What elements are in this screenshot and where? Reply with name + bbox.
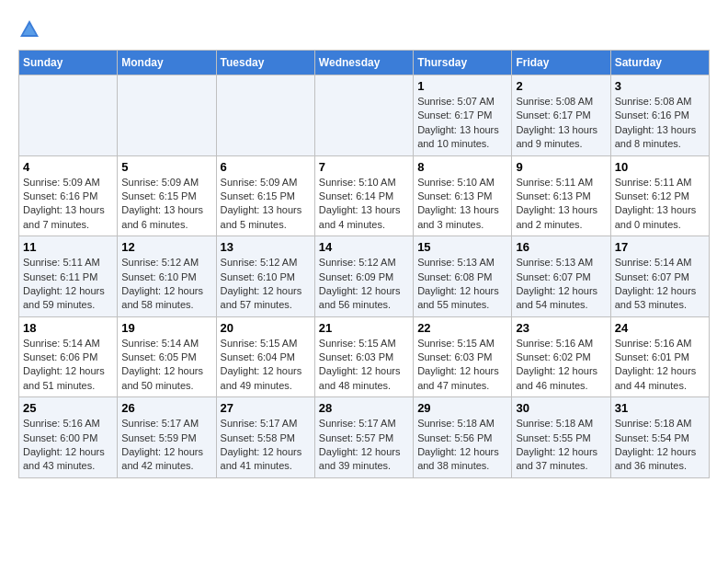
day-number: 28 (319, 401, 409, 415)
day-number: 3 (615, 79, 705, 93)
calendar-cell: 12Sunrise: 5:12 AM Sunset: 6:10 PM Dayli… (118, 236, 216, 317)
calendar-cell: 13Sunrise: 5:12 AM Sunset: 6:10 PM Dayli… (216, 236, 314, 317)
calendar-cell: 28Sunrise: 5:17 AM Sunset: 5:57 PM Dayli… (314, 397, 413, 478)
day-number: 13 (221, 240, 311, 254)
calendar-cell (314, 75, 413, 156)
day-number: 25 (23, 401, 113, 415)
calendar-cell: 24Sunrise: 5:16 AM Sunset: 6:01 PM Dayli… (610, 316, 709, 397)
day-detail: Sunrise: 5:17 AM Sunset: 5:59 PM Dayligh… (121, 417, 211, 474)
logo-icon (18, 18, 40, 40)
day-header-tuesday: Tuesday (216, 51, 314, 75)
day-detail: Sunrise: 5:18 AM Sunset: 5:55 PM Dayligh… (516, 417, 606, 474)
calendar-cell: 25Sunrise: 5:16 AM Sunset: 6:00 PM Dayli… (19, 397, 118, 478)
day-number: 24 (615, 321, 705, 335)
day-detail: Sunrise: 5:11 AM Sunset: 6:13 PM Dayligh… (516, 176, 606, 233)
calendar-cell: 16Sunrise: 5:13 AM Sunset: 6:07 PM Dayli… (512, 236, 610, 317)
day-number: 20 (221, 321, 311, 335)
day-number: 15 (417, 240, 507, 254)
day-number: 21 (319, 321, 409, 335)
calendar-cell (118, 75, 216, 156)
day-detail: Sunrise: 5:16 AM Sunset: 6:00 PM Dayligh… (23, 417, 113, 474)
day-number: 19 (121, 321, 211, 335)
day-number: 18 (23, 321, 113, 335)
day-header-sunday: Sunday (19, 51, 118, 75)
calendar-cell (19, 75, 118, 156)
calendar-week-row: 1Sunrise: 5:07 AM Sunset: 6:17 PM Daylig… (19, 75, 710, 156)
day-number: 2 (516, 79, 606, 93)
header (18, 18, 710, 40)
day-detail: Sunrise: 5:17 AM Sunset: 5:58 PM Dayligh… (221, 417, 311, 474)
day-detail: Sunrise: 5:09 AM Sunset: 6:15 PM Dayligh… (221, 176, 311, 233)
calendar-cell: 18Sunrise: 5:14 AM Sunset: 6:06 PM Dayli… (19, 316, 118, 397)
day-number: 26 (121, 401, 211, 415)
day-detail: Sunrise: 5:12 AM Sunset: 6:10 PM Dayligh… (221, 256, 311, 313)
calendar-cell: 30Sunrise: 5:18 AM Sunset: 5:55 PM Dayli… (512, 397, 610, 478)
day-detail: Sunrise: 5:11 AM Sunset: 6:11 PM Dayligh… (23, 256, 113, 313)
calendar-cell: 21Sunrise: 5:15 AM Sunset: 6:03 PM Dayli… (314, 316, 413, 397)
day-number: 23 (516, 321, 606, 335)
day-number: 7 (319, 160, 409, 174)
calendar-cell: 2Sunrise: 5:08 AM Sunset: 6:17 PM Daylig… (512, 75, 610, 156)
calendar-cell: 10Sunrise: 5:11 AM Sunset: 6:12 PM Dayli… (610, 155, 709, 236)
day-number: 6 (221, 160, 311, 174)
calendar-cell: 1Sunrise: 5:07 AM Sunset: 6:17 PM Daylig… (414, 75, 512, 156)
day-detail: Sunrise: 5:15 AM Sunset: 6:03 PM Dayligh… (319, 337, 409, 394)
calendar-week-row: 11Sunrise: 5:11 AM Sunset: 6:11 PM Dayli… (19, 236, 710, 317)
calendar-week-row: 25Sunrise: 5:16 AM Sunset: 6:00 PM Dayli… (19, 397, 710, 478)
calendar-cell: 26Sunrise: 5:17 AM Sunset: 5:59 PM Dayli… (118, 397, 216, 478)
day-detail: Sunrise: 5:13 AM Sunset: 6:07 PM Dayligh… (516, 256, 606, 313)
day-detail: Sunrise: 5:10 AM Sunset: 6:14 PM Dayligh… (319, 176, 409, 233)
calendar-cell: 6Sunrise: 5:09 AM Sunset: 6:15 PM Daylig… (216, 155, 314, 236)
calendar-table: SundayMondayTuesdayWednesdayThursdayFrid… (18, 50, 710, 478)
day-number: 14 (319, 240, 409, 254)
calendar-cell: 7Sunrise: 5:10 AM Sunset: 6:14 PM Daylig… (314, 155, 413, 236)
day-number: 27 (221, 401, 311, 415)
calendar-header-row: SundayMondayTuesdayWednesdayThursdayFrid… (19, 51, 710, 75)
calendar-cell: 27Sunrise: 5:17 AM Sunset: 5:58 PM Dayli… (216, 397, 314, 478)
day-detail: Sunrise: 5:12 AM Sunset: 6:10 PM Dayligh… (121, 256, 211, 313)
calendar-week-row: 4Sunrise: 5:09 AM Sunset: 6:16 PM Daylig… (19, 155, 710, 236)
day-number: 22 (417, 321, 507, 335)
day-detail: Sunrise: 5:08 AM Sunset: 6:17 PM Dayligh… (516, 95, 606, 152)
calendar-cell: 20Sunrise: 5:15 AM Sunset: 6:04 PM Dayli… (216, 316, 314, 397)
calendar-cell: 8Sunrise: 5:10 AM Sunset: 6:13 PM Daylig… (414, 155, 512, 236)
day-number: 8 (417, 160, 507, 174)
calendar-cell (216, 75, 314, 156)
day-header-wednesday: Wednesday (314, 51, 413, 75)
day-detail: Sunrise: 5:18 AM Sunset: 5:54 PM Dayligh… (615, 417, 705, 474)
day-detail: Sunrise: 5:18 AM Sunset: 5:56 PM Dayligh… (417, 417, 507, 474)
calendar-cell: 22Sunrise: 5:15 AM Sunset: 6:03 PM Dayli… (414, 316, 512, 397)
calendar-cell: 14Sunrise: 5:12 AM Sunset: 6:09 PM Dayli… (314, 236, 413, 317)
day-number: 11 (23, 240, 113, 254)
day-detail: Sunrise: 5:14 AM Sunset: 6:07 PM Dayligh… (615, 256, 705, 313)
calendar-cell: 19Sunrise: 5:14 AM Sunset: 6:05 PM Dayli… (118, 316, 216, 397)
calendar-cell: 17Sunrise: 5:14 AM Sunset: 6:07 PM Dayli… (610, 236, 709, 317)
calendar-cell: 29Sunrise: 5:18 AM Sunset: 5:56 PM Dayli… (414, 397, 512, 478)
day-detail: Sunrise: 5:16 AM Sunset: 6:02 PM Dayligh… (516, 337, 606, 394)
day-number: 10 (615, 160, 705, 174)
day-detail: Sunrise: 5:07 AM Sunset: 6:17 PM Dayligh… (417, 95, 507, 152)
day-number: 16 (516, 240, 606, 254)
calendar-week-row: 18Sunrise: 5:14 AM Sunset: 6:06 PM Dayli… (19, 316, 710, 397)
day-header-monday: Monday (118, 51, 216, 75)
day-detail: Sunrise: 5:15 AM Sunset: 6:03 PM Dayligh… (417, 337, 507, 394)
calendar-cell: 23Sunrise: 5:16 AM Sunset: 6:02 PM Dayli… (512, 316, 610, 397)
day-number: 17 (615, 240, 705, 254)
day-header-friday: Friday (512, 51, 610, 75)
day-detail: Sunrise: 5:13 AM Sunset: 6:08 PM Dayligh… (417, 256, 507, 313)
day-number: 29 (417, 401, 507, 415)
day-number: 4 (23, 160, 113, 174)
day-number: 9 (516, 160, 606, 174)
calendar-cell: 15Sunrise: 5:13 AM Sunset: 6:08 PM Dayli… (414, 236, 512, 317)
day-number: 31 (615, 401, 705, 415)
day-header-thursday: Thursday (414, 51, 512, 75)
calendar-cell: 3Sunrise: 5:08 AM Sunset: 6:16 PM Daylig… (610, 75, 709, 156)
logo (18, 18, 44, 40)
day-detail: Sunrise: 5:14 AM Sunset: 6:06 PM Dayligh… (23, 337, 113, 394)
calendar-cell: 11Sunrise: 5:11 AM Sunset: 6:11 PM Dayli… (19, 236, 118, 317)
calendar-cell: 31Sunrise: 5:18 AM Sunset: 5:54 PM Dayli… (610, 397, 709, 478)
day-header-saturday: Saturday (610, 51, 709, 75)
day-number: 30 (516, 401, 606, 415)
day-detail: Sunrise: 5:15 AM Sunset: 6:04 PM Dayligh… (221, 337, 311, 394)
day-number: 12 (121, 240, 211, 254)
